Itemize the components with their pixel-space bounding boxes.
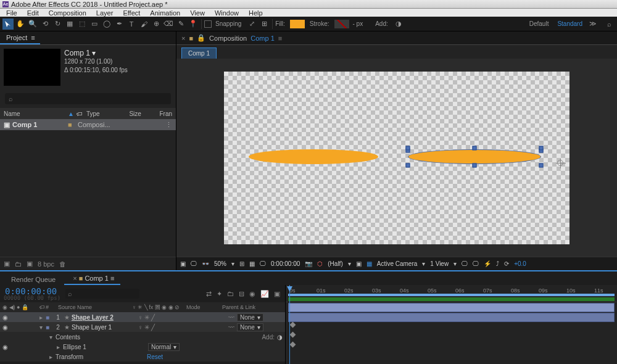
fast-preview-icon[interactable]: ⚡ xyxy=(484,260,491,267)
twirl-icon[interactable]: ▸ xyxy=(39,314,46,321)
transform-row[interactable]: ▸ Transform Reset xyxy=(0,352,285,362)
clone-tool[interactable]: ⊕ xyxy=(151,19,162,30)
hand-tool[interactable]: ✋ xyxy=(15,19,26,30)
work-area-bar[interactable] xyxy=(288,294,615,296)
zoom-tool[interactable]: 🔍 xyxy=(27,19,38,30)
panel-menu-icon[interactable]: ≡ xyxy=(278,35,282,42)
graph-editor-icon[interactable]: 📈 xyxy=(260,290,269,298)
handle-se[interactable] xyxy=(539,163,544,167)
comp-mini-flowchart-icon[interactable]: ⇄ xyxy=(206,290,212,298)
bpc-label[interactable]: 8 bpc xyxy=(38,260,54,268)
transparency-icon[interactable]: ▦ xyxy=(366,260,372,267)
selection-tool[interactable] xyxy=(2,19,14,30)
panel-menu-icon[interactable]: ≡ xyxy=(110,275,114,282)
menu-file[interactable]: File xyxy=(1,9,22,17)
playhead[interactable] xyxy=(289,285,290,364)
layer-bar-2[interactable] xyxy=(288,313,615,322)
grid-icon[interactable]: ⊞ xyxy=(239,260,244,267)
col-name[interactable]: Name xyxy=(4,110,65,117)
visibility-icon[interactable]: ◉ xyxy=(2,344,10,350)
reset-link[interactable]: Reset xyxy=(147,354,163,360)
menu-layer[interactable]: Layer xyxy=(91,9,118,17)
project-search[interactable]: ⌕ xyxy=(5,93,171,104)
zoom-value[interactable]: 50% xyxy=(214,260,226,267)
pickwhip-icon[interactable]: 〰 xyxy=(228,324,234,331)
menu-animation[interactable]: Animation xyxy=(145,9,185,17)
comp-tab[interactable]: Comp 1 xyxy=(181,48,217,59)
col-source-name[interactable]: Source Name xyxy=(58,304,132,310)
snapshot-icon[interactable]: 📷 xyxy=(305,260,312,267)
layer-name[interactable]: Shape Layer 1 xyxy=(72,324,112,331)
col-type[interactable]: Type xyxy=(86,110,120,117)
draft-icon[interactable]: 🖵 xyxy=(462,260,468,267)
interpret-icon[interactable]: ▣ xyxy=(4,260,10,268)
fill-swatch[interactable] xyxy=(290,20,305,28)
new-comp-icon[interactable]: ▣ xyxy=(27,260,33,268)
resolution-icon[interactable]: 🖵 xyxy=(191,260,197,267)
channel-icon[interactable]: ▦ xyxy=(249,260,255,267)
menu-help[interactable]: Help xyxy=(244,9,268,17)
preview-time[interactable]: 0:00:00:00 xyxy=(271,260,300,267)
handle-s[interactable] xyxy=(473,163,477,167)
trash-icon[interactable]: 🗑 xyxy=(59,260,66,268)
menu-composition[interactable]: Composition xyxy=(44,9,91,17)
view-value[interactable]: 1 View xyxy=(430,260,449,267)
camera-tool[interactable]: ▦ xyxy=(64,19,75,30)
frame-blend-icon[interactable]: ⊟ xyxy=(239,290,244,298)
folder-icon[interactable]: 🗀 xyxy=(15,260,22,268)
col-mode[interactable]: Mode xyxy=(186,304,222,310)
project-tab[interactable]: Project≡ xyxy=(0,32,40,44)
shy-icon[interactable]: 🗀 xyxy=(227,290,234,298)
pickwhip-icon[interactable]: 〰 xyxy=(228,314,234,321)
handle-sw[interactable] xyxy=(406,163,410,167)
layer-name[interactable]: Shape Layer 2 xyxy=(72,314,114,321)
layout-standard[interactable]: Standard xyxy=(557,20,582,27)
snap-grid-icon[interactable]: ⊞ xyxy=(259,19,270,30)
timeline-track-area[interactable]: 0s 01s 02s 03s 04s 05s 06s 07s 08s 09s 1… xyxy=(286,285,617,364)
col-framerate[interactable]: Fran xyxy=(159,110,172,117)
flowchart-icon[interactable]: ⟳ xyxy=(504,260,509,267)
parent-dropdown[interactable]: None ▾ xyxy=(237,313,263,321)
layer-row-2[interactable]: ◉ ▾ ■ 2 ★ Shape Layer 1 ♀ ✳ ╱ 〰None ▾ xyxy=(0,322,285,332)
snap-edge-icon[interactable]: ⤢ xyxy=(246,19,257,30)
roto-tool[interactable]: ✎ xyxy=(175,19,186,30)
layer-row-1[interactable]: ◉ ▸ ■ 1 ★ Shape Layer 2 ♀ ✳ ╱ 〰None ▾ xyxy=(0,312,285,322)
menu-window[interactable]: Window xyxy=(210,9,244,17)
handle-ne[interactable] xyxy=(539,146,544,150)
ellipse-row[interactable]: ◉ ▸ Ellipse 1 Normal ▾ xyxy=(0,342,285,352)
mask-icon[interactable]: 👓 xyxy=(202,260,209,267)
comp-header-name[interactable]: Comp 1 xyxy=(251,35,275,42)
layer-bar-1[interactable] xyxy=(288,303,615,312)
add-dropdown-icon[interactable]: ◑ xyxy=(393,19,404,30)
menu-edit[interactable]: Edit xyxy=(22,9,44,17)
layout-default[interactable]: Default xyxy=(529,20,549,27)
resolution-value[interactable]: (Half) xyxy=(328,260,342,267)
visibility-icon[interactable]: ◉ xyxy=(2,324,10,331)
tab-comp1[interactable]: × ■ Comp 1 ≡ xyxy=(64,273,120,285)
visibility-icon[interactable]: ◉ xyxy=(2,314,10,321)
lock-icon[interactable]: 🔒 xyxy=(197,34,205,42)
pen-tool[interactable]: ✒ xyxy=(114,19,125,30)
timeline-icon[interactable]: ⤴ xyxy=(496,260,499,267)
keyframe[interactable] xyxy=(290,342,296,348)
draft3d-icon[interactable]: ✦ xyxy=(217,290,222,298)
close-icon[interactable]: × xyxy=(73,275,77,282)
project-item-comp1[interactable]: ▣Comp 1 ■ Composi... ⋮ xyxy=(0,119,176,130)
col-parent[interactable]: Parent & Link xyxy=(222,304,283,310)
viewport[interactable] xyxy=(224,72,569,244)
menu-view[interactable]: View xyxy=(185,9,210,17)
shape-ellipse-2-selected[interactable] xyxy=(408,149,541,164)
close-tab-icon[interactable]: × xyxy=(181,35,185,42)
orbit-tool[interactable]: ⟲ xyxy=(39,19,51,30)
parent-dropdown[interactable]: None ▾ xyxy=(237,323,263,331)
stroke-swatch[interactable] xyxy=(334,20,349,28)
color-mgmt-icon[interactable]: ⬡ xyxy=(317,260,323,267)
shape-ellipse-1[interactable] xyxy=(249,149,378,164)
col-number[interactable]: # xyxy=(46,304,58,310)
type-tool[interactable]: T xyxy=(126,19,137,30)
handle-n[interactable] xyxy=(473,146,477,150)
contents-row[interactable]: ▾ Contents Add:◑ xyxy=(0,332,285,342)
panel-menu-icon[interactable]: ≡ xyxy=(31,34,33,41)
col-size[interactable]: Size xyxy=(123,110,141,117)
brainstorm-icon[interactable]: ▣ xyxy=(274,290,280,298)
